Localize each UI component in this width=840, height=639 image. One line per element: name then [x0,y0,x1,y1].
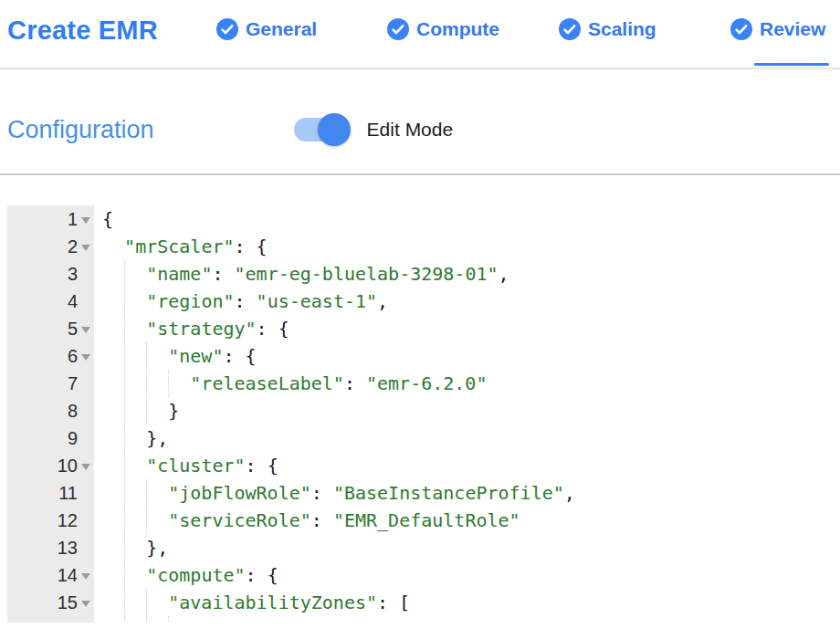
line-number: 5 [7,319,78,340]
step-general[interactable]: General [216,0,317,58]
json-string-token: "jobFlowRole" [168,482,311,504]
code-line[interactable]: "compute": { [94,561,833,589]
json-punctuation-token: , [564,482,575,504]
wizard-steps: GeneralComputeScalingReview [0,0,840,68]
json-punctuation-token: : [311,482,333,504]
toggle-knob [318,113,351,146]
code-line[interactable]: "name": "emr-eg-bluelab-3298-01", [94,260,833,288]
fold-arrow-icon[interactable] [78,599,94,607]
line-number: 2 [7,236,78,257]
edit-mode-label: Edit Mode [367,119,454,141]
fold-arrow-icon[interactable] [78,571,94,580]
code-line[interactable]: { [94,205,833,233]
code-line[interactable]: "new": { [94,342,833,370]
code-line[interactable]: "cluster": { [94,452,833,479]
fold-arrow-icon[interactable] [78,325,94,333]
gutter-cell: 10 [7,452,94,479]
gutter-cell: 5 [7,315,94,342]
json-string-token: "compute" [146,564,245,586]
code-line[interactable]: }, [94,534,833,561]
indent-guide [124,288,125,315]
indent-guide [124,397,125,424]
configuration-heading: Configuration [7,116,154,144]
json-punctuation-token: : [ [377,592,410,613]
indent-guide [124,424,125,452]
code-line[interactable]: "region": "us-east-1", [94,288,833,315]
code-line[interactable]: "jobFlowRole": "BaseInstanceProfile", [94,479,833,507]
fold-arrow-icon[interactable] [78,243,94,251]
line-number: 15 [7,592,78,613]
editor-row: 6 "new": { [7,342,833,370]
gutter-cell: 6 [7,342,94,370]
indent-guide [124,507,125,534]
json-string-token: "new" [168,345,223,367]
gutter-cell: 4 [7,288,94,315]
indent-guide [124,479,125,507]
json-punctuation-token: , [499,263,509,285]
create-emr-page: Create EMR GeneralComputeScalingReview C… [0,0,840,623]
code-line[interactable]: "serviceRole": "EMR_DefaultRole" [94,507,833,534]
code-line[interactable]: } [94,397,833,424]
code-line[interactable]: }, [94,424,833,452]
editor-row: 9 }, [7,424,833,452]
json-punctuation-token: : [212,263,234,285]
indent-guide [168,616,169,623]
code-line[interactable]: "releaseLabel": "emr-6.2.0" [94,370,833,397]
gutter-cell: 16 [7,616,94,623]
json-string-token: "BaseInstanceProfile" [333,482,564,504]
line-number: 6 [7,346,78,367]
editor-row: 13 }, [7,534,833,561]
code-line[interactable]: { [94,616,833,623]
check-circle-icon [730,18,752,40]
fold-arrow-icon[interactable] [78,352,94,361]
gutter-cell: 8 [7,397,94,424]
json-string-token: "availabilityZones" [168,592,377,613]
indent-guide [146,589,147,616]
fold-arrow-icon[interactable] [78,462,94,470]
editor-row: 14 "compute": { [7,561,833,589]
json-editor[interactable]: 1{2 "mrScaler": {3 "name": "emr-eg-bluel… [7,205,833,623]
editor-row: 4 "region": "us-east-1", [7,288,833,315]
step-review[interactable]: Review [730,0,825,58]
step-scaling[interactable]: Scaling [559,0,656,58]
check-circle-icon [216,18,238,40]
json-punctuation-token: : { [223,345,256,367]
step-label: Review [760,18,825,40]
line-number: 9 [7,428,78,449]
json-punctuation-token: }, [146,537,168,559]
json-string-token: "us-east-1" [257,290,377,312]
fold-arrow-icon[interactable] [78,215,94,224]
json-punctuation-token: } [168,400,179,422]
code-line[interactable]: "strategy": { [94,315,833,342]
step-compute[interactable]: Compute [387,0,499,58]
json-string-token: "EMR_DefaultRole" [333,509,520,531]
gutter-cell: 13 [7,534,94,561]
code-line[interactable]: "mrScaler": { [94,233,833,260]
editor-row: 5 "strategy": { [7,315,833,342]
editor-row: 3 "name": "emr-eg-bluelab-3298-01", [7,260,833,288]
editor-row: 7 "releaseLabel": "emr-6.2.0" [7,370,833,397]
line-number: 14 [7,565,78,586]
json-punctuation-token: : [344,372,366,394]
indent-guide [146,397,147,424]
json-string-token: "serviceRole" [168,509,311,531]
code-line[interactable]: "availabilityZones": [ [94,589,833,616]
json-string-token: "mrScaler" [124,236,234,257]
gutter-cell: 1 [7,205,94,233]
json-punctuation-token: : { [257,318,289,340]
json-string-token: "cluster" [146,455,245,477]
indent-guide [146,616,147,623]
line-number: 11 [7,483,78,504]
json-punctuation-token: : [311,509,333,531]
line-number: 1 [7,209,78,230]
edit-mode-toggle[interactable] [294,118,349,141]
line-number: 7 [7,373,78,394]
json-punctuation-token: : { [235,236,268,257]
gutter-cell: 15 [7,589,94,616]
check-circle-icon [559,18,581,40]
step-label: General [246,18,317,40]
gutter-cell: 12 [7,507,94,534]
line-number: 4 [7,291,78,312]
json-punctuation-token: : { [246,564,278,586]
gutter-cell: 2 [7,233,94,260]
